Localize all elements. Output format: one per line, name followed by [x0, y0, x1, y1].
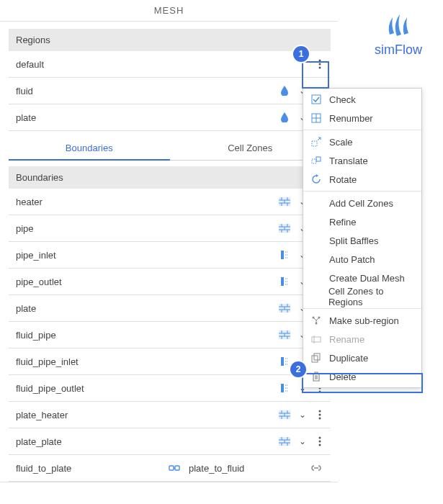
menu-item-add-cell-zones[interactable]: Add Cell Zones [303, 194, 421, 212]
link-icon [167, 463, 182, 473]
region-row[interactable]: fluid ⌄ [9, 78, 331, 104]
region-name: default [16, 59, 273, 70]
menu-item-label: Split Baffles [329, 235, 378, 246]
menu-item-label: Add Cell Zones [329, 198, 393, 209]
boundary-row[interactable]: pipe_outlet⌄ [9, 269, 331, 295]
menu-item-delete[interactable]: Delete [303, 367, 421, 386]
boundary-row[interactable]: heater⌄ [9, 189, 331, 215]
svg-rect-79 [169, 466, 174, 470]
menu-item-cell-zones-to-regions[interactable]: Cell Zones to Regions [303, 287, 421, 306]
region-context-menu: CheckRenumberScaleTranslateRotateAdd Cel… [303, 88, 422, 388]
svg-rect-43 [281, 357, 284, 366]
svg-rect-50 [281, 384, 284, 392]
boundary-row[interactable]: plate⌄ [9, 295, 331, 322]
more-button[interactable] [313, 410, 326, 420]
svg-rect-88 [316, 157, 321, 161]
boundary-row[interactable]: fluid_pipe_inlet⌄ [9, 348, 331, 375]
svg-point-77 [319, 441, 321, 443]
menu-item-create-dual-mesh[interactable]: Create Dual Mesh [303, 269, 421, 287]
boundary-name: fluid_to_plate [16, 463, 160, 474]
rename-icon [310, 335, 322, 343]
wall-icon [277, 304, 292, 312]
boundary-name: plate_plate [16, 436, 273, 447]
menu-item-label: Scale [329, 137, 353, 148]
wall-icon [277, 197, 292, 206]
menu-item-label: Make sub-region [329, 315, 399, 326]
callout-2: 2 [290, 361, 306, 377]
translate-icon [310, 156, 322, 166]
wall-icon [277, 330, 292, 339]
menu-item-make-sub-region[interactable]: Make sub-region [303, 311, 421, 330]
svg-rect-95 [314, 354, 320, 360]
svg-point-76 [319, 437, 321, 439]
svg-point-56 [319, 391, 321, 393]
more-button[interactable] [313, 436, 326, 446]
boundary-row[interactable]: fluid_pipe⌄ [9, 322, 331, 348]
boundary-row[interactable]: plate_plate⌄ [9, 428, 331, 455]
svg-point-65 [319, 410, 321, 413]
svg-rect-80 [175, 466, 179, 470]
drop-icon [277, 86, 292, 96]
menu-item-scale[interactable]: Scale [303, 132, 421, 151]
menu-item-label: Refine [329, 217, 357, 228]
mesh-panel: MESH Regions default fluid ⌄ plate [0, 0, 338, 482]
boundaries-heading: Boundaries [9, 166, 331, 189]
delete-icon [310, 372, 322, 382]
svg-point-0 [319, 60, 321, 62]
logo-text: simFlow [366, 42, 431, 58]
svg-point-67 [319, 418, 321, 420]
panel-title: MESH [0, 0, 338, 22]
flame-icon [384, 13, 413, 37]
boundary-name: plate_to_fluid [189, 463, 244, 474]
menu-item-label: Translate [329, 156, 368, 166]
boundary-name: fluid_pipe [16, 330, 273, 341]
svg-point-1 [319, 63, 321, 66]
tab-boundaries[interactable]: Boundaries [9, 135, 170, 161]
svg-rect-94 [312, 356, 318, 362]
check-icon [310, 94, 322, 104]
menu-item-translate[interactable]: Translate [303, 151, 421, 170]
menu-item-auto-patch[interactable]: Auto Patch [303, 250, 421, 269]
menu-item-split-baffles[interactable]: Split Baffles [303, 231, 421, 250]
menu-item-check[interactable]: Check [303, 90, 421, 109]
drop-icon [277, 112, 292, 122]
menu-item-label: Rotate [329, 174, 357, 185]
wall-icon [277, 437, 292, 446]
svg-point-78 [319, 444, 321, 446]
region-row[interactable]: default [9, 51, 331, 78]
menu-item-renumber[interactable]: Renumber [303, 109, 421, 127]
inlet-icon [277, 383, 292, 393]
callout-1: 1 [293, 46, 309, 62]
menu-item-duplicate[interactable]: Duplicate [303, 348, 421, 367]
boundary-row[interactable]: plate_heater⌄ [9, 402, 331, 428]
boundary-name: pipe_inlet [16, 250, 273, 261]
menu-item-refine[interactable]: Refine [303, 212, 421, 231]
inlet-icon [277, 356, 292, 366]
inlet-icon [277, 250, 292, 260]
svg-rect-82 [312, 95, 321, 104]
menu-item-rename: Rename [303, 330, 421, 348]
chevron-down-icon[interactable]: ⌄ [296, 410, 309, 420]
more-button[interactable] [313, 59, 326, 69]
tabs: Boundaries Cell Zones [9, 135, 331, 161]
boundary-row[interactable]: pipe⌄ [9, 215, 331, 242]
boundary-name: plate [16, 303, 273, 314]
svg-rect-92 [312, 337, 321, 342]
svg-rect-86 [312, 141, 317, 146]
menu-item-label: Delete [329, 372, 357, 382]
boundary-link-row[interactable]: fluid_to_plate plate_to_fluid [9, 455, 331, 482]
menu-item-label: Rename [329, 334, 364, 345]
menu-item-rotate[interactable]: Rotate [303, 170, 421, 189]
region-row[interactable]: plate ⌄ [9, 104, 331, 131]
wall-icon [277, 224, 292, 233]
menu-item-label: Create Dual Mesh [329, 273, 405, 284]
boundary-name: plate_heater [16, 410, 273, 420]
svg-point-2 [319, 67, 321, 69]
chevron-down-icon[interactable]: ⌄ [296, 436, 309, 446]
region-name: plate [16, 112, 273, 123]
boundary-name: fluid_pipe_inlet [16, 356, 273, 367]
boundary-row[interactable]: pipe_inlet⌄ [9, 242, 331, 269]
boundary-row[interactable]: fluid_pipe_outlet⌄ [9, 375, 331, 402]
chain-icon[interactable] [309, 463, 323, 473]
boundary-name: pipe [16, 223, 273, 234]
